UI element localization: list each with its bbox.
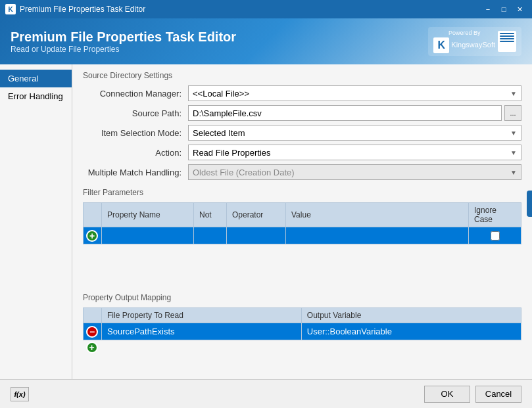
action-dropdown[interactable]: Read File Properties ▼	[188, 145, 521, 160]
title-bar-controls: − □ ✕	[481, 3, 527, 15]
connection-manager-dropdown[interactable]: <<Local File>> ▼	[188, 85, 521, 101]
k-logo: K	[433, 37, 449, 53]
dropdown-arrow-icon: ▼	[510, 90, 517, 97]
filter-ignore-case-cell[interactable]	[469, 227, 521, 244]
filter-value-cell[interactable]	[286, 227, 469, 244]
output-add-cell	[84, 340, 102, 355]
title-bar: K Premium File Properties Task Editor − …	[0, 0, 532, 18]
item-selection-mode-value: Selected Item	[193, 128, 245, 138]
header-title: Premium File Properties Task Editor	[11, 30, 236, 45]
source-path-row: Source Path: D:\SampleFile.csv ...	[83, 105, 521, 121]
filter-operator-cell[interactable]	[227, 227, 286, 244]
source-path-label: Source Path:	[83, 108, 188, 118]
maximize-button[interactable]: □	[496, 3, 511, 15]
header-logo: Powered By K KingswaySoft	[428, 27, 521, 56]
minimize-button[interactable]: −	[481, 3, 495, 15]
brand-label: KingswaySoft	[451, 41, 495, 49]
item-selection-mode-control: Selected Item ▼	[188, 125, 521, 141]
powered-by-label: Powered By	[448, 30, 481, 36]
dropdown-arrow-icon: ▼	[510, 149, 517, 156]
source-path-control: D:\SampleFile.csv ...	[188, 105, 521, 121]
filter-col-operator-header: Operator	[227, 203, 286, 227]
close-button[interactable]: ✕	[512, 3, 527, 15]
connection-manager-row: Connection Manager: <<Local File>> ▼	[83, 85, 521, 101]
main-content: General Error Handling Source Directory …	[0, 64, 532, 379]
filter-add-button[interactable]	[86, 230, 98, 242]
title-bar-title: Premium File Properties Task Editor	[20, 5, 145, 14]
fx-button[interactable]: f(x)	[11, 387, 29, 401]
filter-col-ignore-case-header: Ignore Case	[469, 203, 521, 227]
connection-manager-value: <<Local File>>	[193, 89, 249, 99]
action-row: Action: Read File Properties ▼	[83, 145, 521, 160]
output-remove-button[interactable]	[86, 326, 98, 338]
header: Premium File Properties Task Editor Read…	[0, 18, 532, 64]
header-text: Premium File Properties Task Editor Read…	[11, 30, 236, 54]
sidebar: General Error Handling	[0, 64, 72, 379]
filter-table: Property Name Not Operator Value Ignore …	[83, 202, 521, 244]
filter-ignore-case-checkbox[interactable]	[491, 231, 500, 240]
item-selection-mode-label: Item Selection Mode:	[83, 128, 188, 138]
filter-add-cell	[84, 227, 102, 244]
item-selection-mode-row: Item Selection Mode: Selected Item ▼	[83, 125, 521, 141]
output-table: File Property To Read Output Variable So…	[83, 307, 521, 355]
filter-not-cell[interactable]	[194, 227, 227, 244]
action-control: Read File Properties ▼	[188, 145, 521, 160]
output-add-row	[84, 340, 521, 355]
output-variable-cell[interactable]: User::BooleanVariable	[301, 323, 521, 340]
browse-button[interactable]: ...	[504, 105, 521, 121]
output-add-property-cell[interactable]	[102, 340, 302, 355]
item-selection-mode-dropdown[interactable]: Selected Item ▼	[188, 125, 521, 141]
filter-col-value-header: Value	[286, 203, 469, 227]
dropdown-arrow-icon: ▼	[510, 169, 517, 176]
cancel-button[interactable]: Cancel	[475, 386, 521, 403]
filter-parameters-section: Filter Parameters Property Name Not Oper…	[83, 188, 521, 284]
dropdown-arrow-icon: ▼	[510, 129, 517, 137]
footer-left: f(x)	[11, 387, 29, 401]
filter-empty-area	[83, 244, 521, 284]
filter-header-row: Property Name Not Operator Value Ignore …	[84, 203, 521, 227]
output-header-row: File Property To Read Output Variable	[84, 308, 521, 323]
header-subtitle: Read or Update File Properties	[11, 45, 236, 54]
source-directory-section-title: Source Directory Settings	[83, 71, 521, 80]
action-value: Read File Properties	[193, 148, 271, 158]
filter-add-row	[84, 227, 521, 244]
footer: f(x) OK Cancel	[0, 379, 532, 408]
sidebar-item-general[interactable]: General	[0, 70, 72, 87]
sidebar-item-error-handling[interactable]: Error Handling	[0, 87, 72, 105]
multiple-match-handling-value: Oldest File (Creation Date)	[193, 168, 295, 177]
multiple-match-handling-dropdown: Oldest File (Creation Date) ▼	[188, 164, 521, 180]
output-col-file-property-header: File Property To Read	[102, 308, 302, 323]
connection-manager-label: Connection Manager:	[83, 89, 188, 99]
filter-ignore-case-checkbox-wrap	[472, 231, 518, 240]
filter-col-not-header: Not	[194, 203, 227, 227]
property-output-mapping-section: Property Output Mapping File Property To…	[83, 293, 521, 355]
property-output-mapping-title: Property Output Mapping	[83, 293, 521, 302]
output-col-output-variable-header: Output Variable	[301, 308, 521, 323]
footer-right: OK Cancel	[424, 386, 521, 403]
output-col-icon-header	[84, 308, 102, 323]
filter-col-property-name-header: Property Name	[102, 203, 194, 227]
ok-button[interactable]: OK	[424, 386, 470, 403]
filter-property-name-cell[interactable]	[102, 227, 194, 244]
multiple-match-handling-row: Multiple Match Handling: Oldest File (Cr…	[83, 164, 521, 180]
output-add-variable-cell[interactable]	[301, 340, 521, 355]
app-icon: K	[5, 4, 16, 14]
title-bar-left: K Premium File Properties Task Editor	[5, 4, 145, 14]
output-row: SourcePathExists User::BooleanVariable	[84, 323, 521, 340]
filter-parameters-title: Filter Parameters	[83, 188, 521, 197]
filter-col-icon-header	[84, 203, 102, 227]
doc-icon	[498, 31, 516, 52]
scroll-accent	[527, 191, 532, 217]
multiple-match-handling-control: Oldest File (Creation Date) ▼	[188, 164, 521, 180]
output-remove-cell	[84, 323, 102, 340]
connection-manager-control: <<Local File>> ▼	[188, 85, 521, 101]
output-add-button[interactable]	[86, 342, 98, 353]
action-label: Action:	[83, 148, 188, 158]
content-area: Source Directory Settings Connection Man…	[72, 64, 532, 379]
multiple-match-handling-label: Multiple Match Handling:	[83, 168, 188, 177]
source-path-input[interactable]: D:\SampleFile.csv	[188, 105, 502, 121]
output-file-property-cell[interactable]: SourcePathExists	[102, 323, 302, 340]
